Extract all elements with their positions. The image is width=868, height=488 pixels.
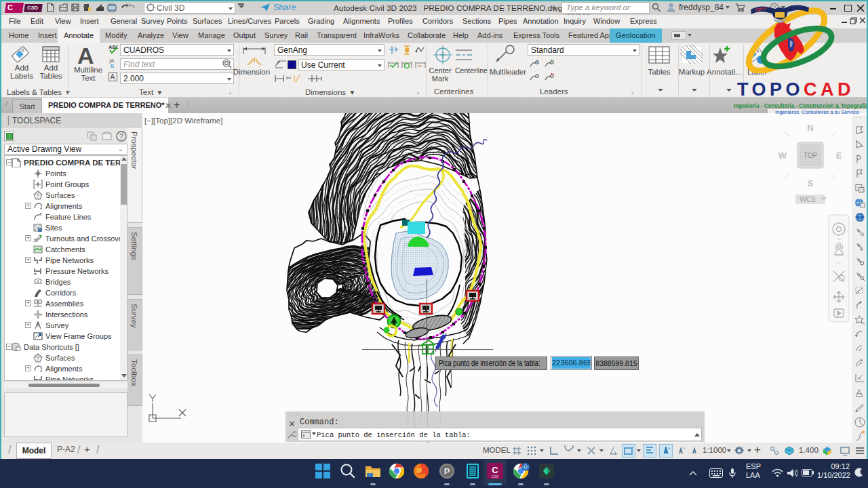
svg-text:A: A [111,73,115,81]
svg-text:W: W [778,150,787,161]
svg-text:A: A [860,247,863,251]
svg-text:⁘⁘: ⁘⁘ [855,115,862,119]
svg-text:TOP: TOP [804,152,818,159]
svg-text:S: S [808,178,814,188]
svg-text:C: C [492,465,498,475]
svg-text:∞: ∞ [418,63,422,69]
svg-text:?: ? [119,133,123,140]
svg-text:E: E [836,150,842,161]
svg-text:C3D: C3D [491,474,498,479]
svg-text:ABC: ABC [108,44,118,50]
svg-text:P: P [444,466,450,476]
svg-text:B: B [111,63,114,68]
svg-text:WCS: WCS [800,196,816,203]
svg-text:N: N [807,123,813,133]
